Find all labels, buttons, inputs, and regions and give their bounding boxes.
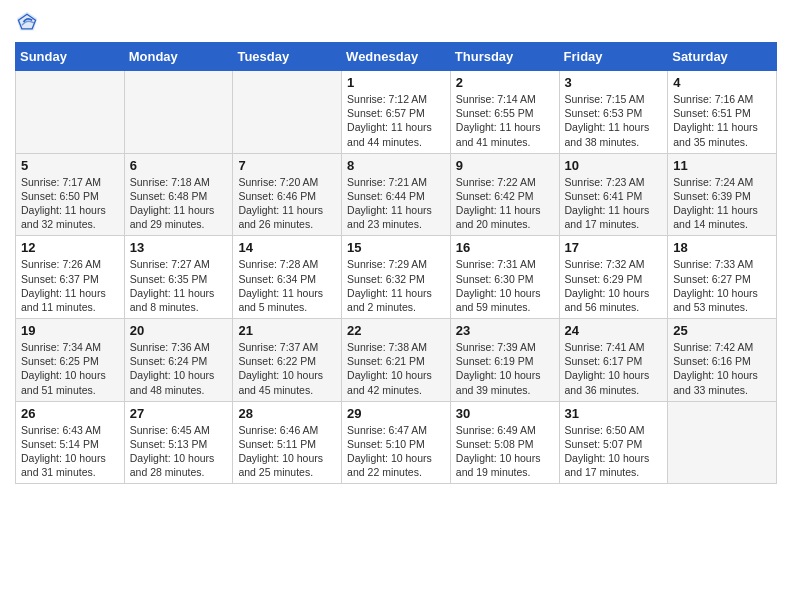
day-cell: 12Sunrise: 7:26 AM Sunset: 6:37 PM Dayli… — [16, 236, 125, 319]
day-info: Sunrise: 6:49 AM Sunset: 5:08 PM Dayligh… — [456, 423, 555, 480]
weekday-header-tuesday: Tuesday — [233, 43, 342, 71]
day-info: Sunrise: 7:36 AM Sunset: 6:24 PM Dayligh… — [130, 340, 229, 397]
weekday-header-monday: Monday — [124, 43, 233, 71]
day-number: 22 — [347, 323, 446, 338]
day-number: 21 — [238, 323, 337, 338]
day-info: Sunrise: 7:20 AM Sunset: 6:46 PM Dayligh… — [238, 175, 337, 232]
day-info: Sunrise: 7:26 AM Sunset: 6:37 PM Dayligh… — [21, 257, 120, 314]
weekday-header-thursday: Thursday — [450, 43, 559, 71]
day-number: 16 — [456, 240, 555, 255]
header — [15, 10, 777, 34]
day-info: Sunrise: 7:41 AM Sunset: 6:17 PM Dayligh… — [565, 340, 664, 397]
day-cell: 26Sunrise: 6:43 AM Sunset: 5:14 PM Dayli… — [16, 401, 125, 484]
day-number: 3 — [565, 75, 664, 90]
day-info: Sunrise: 7:24 AM Sunset: 6:39 PM Dayligh… — [673, 175, 772, 232]
day-info: Sunrise: 6:43 AM Sunset: 5:14 PM Dayligh… — [21, 423, 120, 480]
day-cell: 29Sunrise: 6:47 AM Sunset: 5:10 PM Dayli… — [342, 401, 451, 484]
calendar-table: SundayMondayTuesdayWednesdayThursdayFrid… — [15, 42, 777, 484]
day-cell: 24Sunrise: 7:41 AM Sunset: 6:17 PM Dayli… — [559, 319, 668, 402]
day-info: Sunrise: 6:47 AM Sunset: 5:10 PM Dayligh… — [347, 423, 446, 480]
day-cell: 20Sunrise: 7:36 AM Sunset: 6:24 PM Dayli… — [124, 319, 233, 402]
day-cell: 18Sunrise: 7:33 AM Sunset: 6:27 PM Dayli… — [668, 236, 777, 319]
day-info: Sunrise: 7:28 AM Sunset: 6:34 PM Dayligh… — [238, 257, 337, 314]
day-cell: 14Sunrise: 7:28 AM Sunset: 6:34 PM Dayli… — [233, 236, 342, 319]
day-number: 5 — [21, 158, 120, 173]
day-cell: 4Sunrise: 7:16 AM Sunset: 6:51 PM Daylig… — [668, 71, 777, 154]
day-number: 1 — [347, 75, 446, 90]
day-number: 10 — [565, 158, 664, 173]
day-number: 17 — [565, 240, 664, 255]
logo — [15, 10, 41, 34]
day-cell — [124, 71, 233, 154]
day-info: Sunrise: 7:32 AM Sunset: 6:29 PM Dayligh… — [565, 257, 664, 314]
day-cell — [668, 401, 777, 484]
day-cell: 21Sunrise: 7:37 AM Sunset: 6:22 PM Dayli… — [233, 319, 342, 402]
day-number: 4 — [673, 75, 772, 90]
day-number: 7 — [238, 158, 337, 173]
day-number: 9 — [456, 158, 555, 173]
day-info: Sunrise: 7:14 AM Sunset: 6:55 PM Dayligh… — [456, 92, 555, 149]
day-number: 11 — [673, 158, 772, 173]
day-number: 20 — [130, 323, 229, 338]
day-cell: 15Sunrise: 7:29 AM Sunset: 6:32 PM Dayli… — [342, 236, 451, 319]
day-info: Sunrise: 7:38 AM Sunset: 6:21 PM Dayligh… — [347, 340, 446, 397]
day-cell — [16, 71, 125, 154]
day-number: 2 — [456, 75, 555, 90]
day-number: 13 — [130, 240, 229, 255]
day-info: Sunrise: 7:37 AM Sunset: 6:22 PM Dayligh… — [238, 340, 337, 397]
day-cell — [233, 71, 342, 154]
day-cell: 7Sunrise: 7:20 AM Sunset: 6:46 PM Daylig… — [233, 153, 342, 236]
day-number: 6 — [130, 158, 229, 173]
day-info: Sunrise: 7:22 AM Sunset: 6:42 PM Dayligh… — [456, 175, 555, 232]
day-info: Sunrise: 7:34 AM Sunset: 6:25 PM Dayligh… — [21, 340, 120, 397]
day-info: Sunrise: 7:33 AM Sunset: 6:27 PM Dayligh… — [673, 257, 772, 314]
day-number: 25 — [673, 323, 772, 338]
day-number: 29 — [347, 406, 446, 421]
day-info: Sunrise: 6:45 AM Sunset: 5:13 PM Dayligh… — [130, 423, 229, 480]
day-number: 24 — [565, 323, 664, 338]
day-number: 23 — [456, 323, 555, 338]
page: SundayMondayTuesdayWednesdayThursdayFrid… — [0, 0, 792, 612]
day-number: 18 — [673, 240, 772, 255]
week-row-5: 26Sunrise: 6:43 AM Sunset: 5:14 PM Dayli… — [16, 401, 777, 484]
day-cell: 22Sunrise: 7:38 AM Sunset: 6:21 PM Dayli… — [342, 319, 451, 402]
weekday-header-row: SundayMondayTuesdayWednesdayThursdayFrid… — [16, 43, 777, 71]
day-info: Sunrise: 7:27 AM Sunset: 6:35 PM Dayligh… — [130, 257, 229, 314]
day-info: Sunrise: 7:21 AM Sunset: 6:44 PM Dayligh… — [347, 175, 446, 232]
day-info: Sunrise: 7:17 AM Sunset: 6:50 PM Dayligh… — [21, 175, 120, 232]
day-info: Sunrise: 7:31 AM Sunset: 6:30 PM Dayligh… — [456, 257, 555, 314]
day-cell: 30Sunrise: 6:49 AM Sunset: 5:08 PM Dayli… — [450, 401, 559, 484]
day-cell: 3Sunrise: 7:15 AM Sunset: 6:53 PM Daylig… — [559, 71, 668, 154]
day-number: 19 — [21, 323, 120, 338]
day-cell: 27Sunrise: 6:45 AM Sunset: 5:13 PM Dayli… — [124, 401, 233, 484]
day-number: 15 — [347, 240, 446, 255]
day-number: 27 — [130, 406, 229, 421]
day-info: Sunrise: 7:18 AM Sunset: 6:48 PM Dayligh… — [130, 175, 229, 232]
day-info: Sunrise: 7:12 AM Sunset: 6:57 PM Dayligh… — [347, 92, 446, 149]
day-number: 26 — [21, 406, 120, 421]
weekday-header-friday: Friday — [559, 43, 668, 71]
day-number: 12 — [21, 240, 120, 255]
weekday-header-sunday: Sunday — [16, 43, 125, 71]
logo-icon — [15, 10, 39, 34]
day-info: Sunrise: 7:16 AM Sunset: 6:51 PM Dayligh… — [673, 92, 772, 149]
day-cell: 17Sunrise: 7:32 AM Sunset: 6:29 PM Dayli… — [559, 236, 668, 319]
week-row-3: 12Sunrise: 7:26 AM Sunset: 6:37 PM Dayli… — [16, 236, 777, 319]
week-row-4: 19Sunrise: 7:34 AM Sunset: 6:25 PM Dayli… — [16, 319, 777, 402]
day-info: Sunrise: 6:50 AM Sunset: 5:07 PM Dayligh… — [565, 423, 664, 480]
day-cell: 10Sunrise: 7:23 AM Sunset: 6:41 PM Dayli… — [559, 153, 668, 236]
day-cell: 31Sunrise: 6:50 AM Sunset: 5:07 PM Dayli… — [559, 401, 668, 484]
day-cell: 19Sunrise: 7:34 AM Sunset: 6:25 PM Dayli… — [16, 319, 125, 402]
day-number: 28 — [238, 406, 337, 421]
day-cell: 11Sunrise: 7:24 AM Sunset: 6:39 PM Dayli… — [668, 153, 777, 236]
day-info: Sunrise: 7:15 AM Sunset: 6:53 PM Dayligh… — [565, 92, 664, 149]
day-cell: 13Sunrise: 7:27 AM Sunset: 6:35 PM Dayli… — [124, 236, 233, 319]
day-cell: 2Sunrise: 7:14 AM Sunset: 6:55 PM Daylig… — [450, 71, 559, 154]
day-cell: 1Sunrise: 7:12 AM Sunset: 6:57 PM Daylig… — [342, 71, 451, 154]
day-info: Sunrise: 7:29 AM Sunset: 6:32 PM Dayligh… — [347, 257, 446, 314]
week-row-2: 5Sunrise: 7:17 AM Sunset: 6:50 PM Daylig… — [16, 153, 777, 236]
weekday-header-saturday: Saturday — [668, 43, 777, 71]
day-number: 31 — [565, 406, 664, 421]
day-info: Sunrise: 6:46 AM Sunset: 5:11 PM Dayligh… — [238, 423, 337, 480]
day-cell: 5Sunrise: 7:17 AM Sunset: 6:50 PM Daylig… — [16, 153, 125, 236]
